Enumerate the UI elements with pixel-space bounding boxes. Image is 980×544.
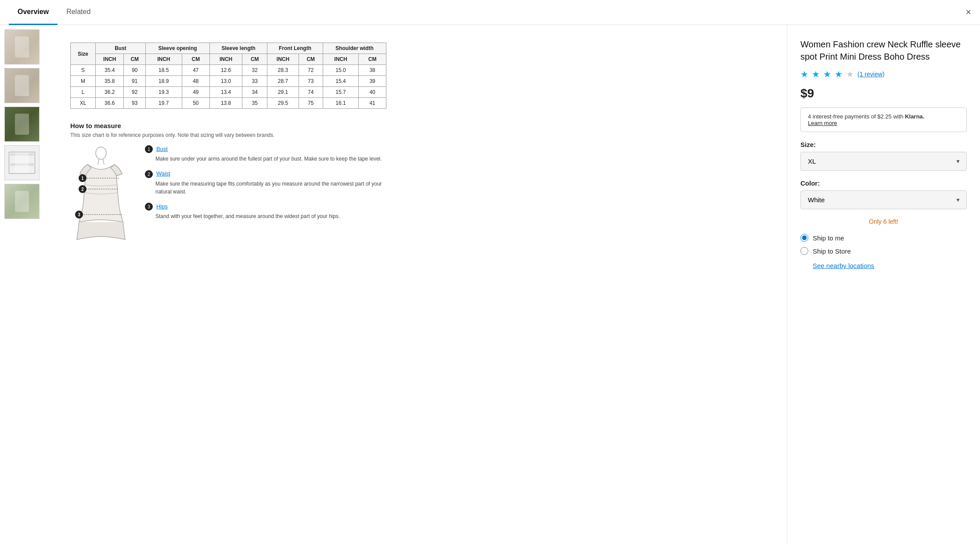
svg-text:3: 3 xyxy=(78,212,80,217)
thumbnail-4[interactable] xyxy=(4,145,40,180)
star-1: ★ xyxy=(800,69,808,79)
star-2: ★ xyxy=(812,69,820,79)
measure-num-1: 1 xyxy=(145,145,153,153)
thumbnail-2[interactable] xyxy=(4,68,40,103)
color-select[interactable]: WhiteBlackBlue xyxy=(800,190,967,209)
front-length-header: Front Length xyxy=(267,43,323,54)
body-diagram: 1 2 3 xyxy=(70,145,132,247)
see-nearby-link[interactable]: See nearby locations xyxy=(813,262,967,269)
size-col-header: Size xyxy=(71,43,96,65)
svg-line-2 xyxy=(103,159,104,165)
ship-to-me-option[interactable]: Ship to me xyxy=(800,234,967,242)
ship-to-store-radio[interactable] xyxy=(800,247,808,255)
product-title: Women Fashion crew Neck Ruffle sleeve sp… xyxy=(800,38,967,63)
star-3: ★ xyxy=(823,69,831,79)
ship-options: Ship to me Ship to Store See nearby loca… xyxy=(800,234,967,269)
thumbnail-1[interactable] xyxy=(4,29,40,64)
shoulder-width-header: Shoulder width xyxy=(323,43,386,54)
bust-header: Bust xyxy=(96,43,146,54)
measure-title-1[interactable]: Bust xyxy=(156,146,168,152)
stock-warning: Only 6 left! xyxy=(800,218,967,225)
svg-point-0 xyxy=(96,147,106,159)
star-4: ★ xyxy=(835,69,843,79)
klarna-brand: Klarna. xyxy=(905,113,924,120)
measure-title-3[interactable]: Hips xyxy=(156,203,168,210)
sleeve-opening-header: Sleeve opening xyxy=(146,43,210,54)
size-select-wrapper: SMLXL ▼ xyxy=(800,152,967,171)
review-count[interactable]: (1 review) xyxy=(858,71,884,78)
how-to-measure-section: How to measure This size chart is for re… xyxy=(70,122,386,247)
stars-row: ★ ★ ★ ★ ★ (1 review) xyxy=(800,69,967,79)
measure-desc-2: Make sure the measuring tape fits comfor… xyxy=(145,180,386,196)
klarna-box: 4 interest-free payments of $2.25 with K… xyxy=(800,107,967,132)
thumbnail-3[interactable] xyxy=(4,107,40,142)
measure-num-2: 2 xyxy=(145,170,153,178)
tabs-bar: Overview Related × xyxy=(0,0,980,25)
klarna-text: 4 interest-free payments of $2.25 with xyxy=(808,113,904,120)
svg-text:1: 1 xyxy=(81,176,84,181)
size-chart-table: Size Bust Sleeve opening Sleeve length F… xyxy=(70,43,386,109)
measure-point-1: 1 Bust Make sure under your arms around … xyxy=(145,145,386,163)
thumbnail-5[interactable] xyxy=(4,184,40,219)
thumbnails-panel xyxy=(0,25,53,544)
measure-points: 1 Bust Make sure under your arms around … xyxy=(145,145,386,227)
right-panel: Women Fashion crew Neck Ruffle sleeve sp… xyxy=(787,25,980,544)
price: $9 xyxy=(800,86,967,100)
sleeve-length-header: Sleeve length xyxy=(210,43,267,54)
ship-to-me-radio[interactable] xyxy=(800,234,808,242)
measure-title-2[interactable]: Waist xyxy=(156,170,170,177)
measure-point-2: 2 Waist Make sure the measuring tape fit… xyxy=(145,170,386,195)
page-container: Overview Related × xyxy=(0,0,980,544)
table-row: S35.49018.54712.63228.37215.038 xyxy=(71,65,386,76)
main-content: Size Bust Sleeve opening Sleeve length F… xyxy=(0,25,980,544)
table-row: L36.29219.34913.43429.17415.740 xyxy=(71,87,386,98)
measure-desc-1: Make sure under your arms around the ful… xyxy=(145,155,386,163)
ship-to-store-label: Ship to Store xyxy=(813,247,851,255)
measure-point-3: 3 Hips Stand with your feet together, an… xyxy=(145,203,386,220)
tab-overview[interactable]: Overview xyxy=(9,0,58,25)
measure-content: 1 2 3 1 Bust Make sure under your arms a… xyxy=(70,145,386,247)
table-row: XL36.69319.75013.83529.57516.141 xyxy=(71,98,386,109)
ship-to-me-label: Ship to me xyxy=(813,234,844,242)
star-5: ★ xyxy=(846,69,854,79)
close-button[interactable]: × xyxy=(966,7,971,17)
size-label: Size: xyxy=(800,141,967,148)
measure-description: This size chart is for reference purpose… xyxy=(70,132,386,138)
measure-title: How to measure xyxy=(70,122,386,129)
measure-desc-3: Stand with your feet together, and measu… xyxy=(145,212,386,220)
center-content: Size Bust Sleeve opening Sleeve length F… xyxy=(53,25,787,544)
color-select-wrapper: WhiteBlackBlue ▼ xyxy=(800,190,967,209)
svg-text:2: 2 xyxy=(81,187,84,192)
measure-num-3: 3 xyxy=(145,203,153,211)
klarna-learn-more[interactable]: Learn more xyxy=(808,120,837,126)
svg-line-1 xyxy=(98,159,99,165)
table-row: M35.89118.94813.03328.77315.439 xyxy=(71,76,386,87)
tab-related[interactable]: Related xyxy=(58,0,99,25)
ship-to-store-option[interactable]: Ship to Store xyxy=(800,247,967,255)
size-select[interactable]: SMLXL xyxy=(800,152,967,171)
color-label: Color: xyxy=(800,179,967,187)
